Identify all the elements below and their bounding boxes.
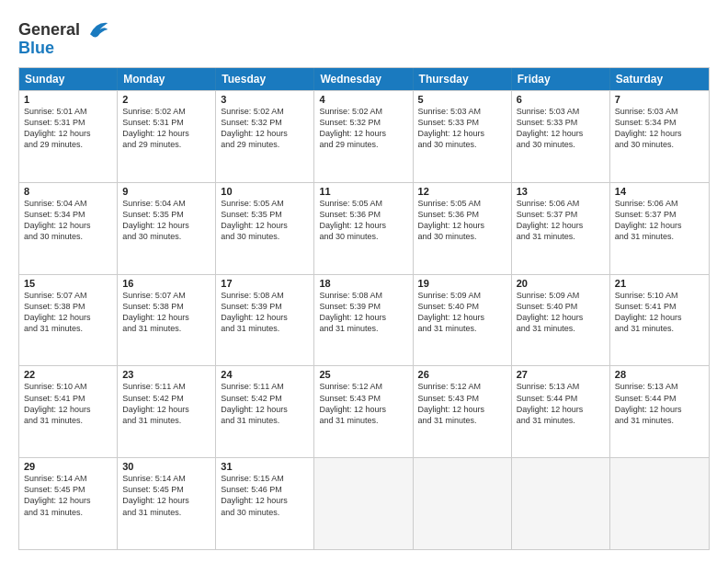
calendar-cell: 28Sunrise: 5:13 AMSunset: 5:44 PMDayligh…	[610, 366, 709, 457]
page: General Blue SundayMondayTuesdayWednesda…	[0, 0, 728, 563]
header-day-monday: Monday	[118, 68, 216, 90]
calendar-cell: 31Sunrise: 5:15 AMSunset: 5:46 PMDayligh…	[216, 458, 314, 549]
day-number: 21	[615, 278, 704, 289]
cell-info-line: and 31 minutes.	[122, 323, 210, 334]
logo-text-general: General	[18, 20, 80, 40]
day-number: 28	[615, 369, 704, 380]
calendar-body: 1Sunrise: 5:01 AMSunset: 5:31 PMDaylight…	[19, 90, 709, 549]
day-number: 29	[24, 461, 112, 472]
calendar-cell: 12Sunrise: 5:05 AMSunset: 5:36 PMDayligh…	[414, 183, 512, 274]
calendar-cell: 1Sunrise: 5:01 AMSunset: 5:31 PMDaylight…	[19, 91, 118, 182]
calendar-week-4: 22Sunrise: 5:10 AMSunset: 5:41 PMDayligh…	[19, 365, 709, 457]
cell-info-line: Sunrise: 5:04 AM	[24, 198, 112, 209]
cell-info-line: Sunrise: 5:08 AM	[319, 290, 407, 301]
cell-info-line: Sunset: 5:39 PM	[221, 301, 309, 312]
cell-info-line: Daylight: 12 hours	[418, 220, 506, 231]
calendar-cell: 5Sunrise: 5:03 AMSunset: 5:33 PMDaylight…	[414, 91, 512, 182]
cell-info-line: and 31 minutes.	[418, 415, 506, 426]
calendar-cell: 17Sunrise: 5:08 AMSunset: 5:39 PMDayligh…	[216, 275, 314, 366]
cell-info-line: Sunset: 5:37 PM	[517, 209, 605, 220]
cell-info-line: Sunset: 5:42 PM	[221, 393, 309, 404]
cell-info-line: Daylight: 12 hours	[24, 495, 112, 506]
cell-info-line: and 31 minutes.	[24, 415, 112, 426]
cell-info-line: Sunset: 5:39 PM	[319, 301, 407, 312]
cell-info-line: Sunset: 5:33 PM	[418, 117, 506, 128]
cell-info-line: Daylight: 12 hours	[319, 128, 407, 139]
cell-info-line: Sunset: 5:35 PM	[122, 209, 210, 220]
cell-info-line: and 29 minutes.	[24, 139, 112, 150]
cell-info-line: Sunset: 5:45 PM	[24, 484, 112, 495]
calendar-cell: 24Sunrise: 5:11 AMSunset: 5:42 PMDayligh…	[216, 366, 314, 457]
cell-info-line: Sunrise: 5:13 AM	[615, 381, 704, 392]
day-number: 23	[122, 369, 210, 380]
cell-info-line: Sunset: 5:44 PM	[615, 393, 704, 404]
cell-info-line: Sunrise: 5:02 AM	[221, 106, 309, 117]
cell-info-line: Sunset: 5:40 PM	[517, 301, 605, 312]
calendar-cell: 26Sunrise: 5:12 AMSunset: 5:43 PMDayligh…	[414, 366, 512, 457]
cell-info-line: Daylight: 12 hours	[615, 128, 704, 139]
cell-info-line: Daylight: 12 hours	[24, 128, 112, 139]
calendar-cell: 19Sunrise: 5:09 AMSunset: 5:40 PMDayligh…	[414, 275, 512, 366]
calendar-cell: 20Sunrise: 5:09 AMSunset: 5:40 PMDayligh…	[512, 275, 610, 366]
cell-info-line: Daylight: 12 hours	[615, 312, 704, 323]
cell-info-line: Daylight: 12 hours	[122, 495, 210, 506]
cell-info-line: and 30 minutes.	[221, 507, 309, 518]
cell-info-line: Sunset: 5:31 PM	[24, 117, 112, 128]
cell-info-line: Daylight: 12 hours	[517, 312, 605, 323]
cell-info-line: Sunset: 5:35 PM	[221, 209, 309, 220]
calendar-cell: 27Sunrise: 5:13 AMSunset: 5:44 PMDayligh…	[512, 366, 610, 457]
cell-info-line: Sunrise: 5:09 AM	[517, 290, 605, 301]
day-number: 14	[615, 186, 704, 197]
day-number: 10	[221, 186, 309, 197]
day-number: 4	[319, 94, 407, 105]
cell-info-line: and 31 minutes.	[615, 415, 704, 426]
header-day-sunday: Sunday	[19, 68, 118, 90]
cell-info-line: Daylight: 12 hours	[319, 404, 407, 415]
cell-info-line: Daylight: 12 hours	[122, 312, 210, 323]
cell-info-line: Sunset: 5:41 PM	[615, 301, 704, 312]
cell-info-line: and 30 minutes.	[615, 139, 704, 150]
calendar-cell: 2Sunrise: 5:02 AMSunset: 5:31 PMDaylight…	[118, 91, 216, 182]
day-number: 1	[24, 94, 112, 105]
calendar-cell: 4Sunrise: 5:02 AMSunset: 5:32 PMDaylight…	[314, 91, 413, 182]
cell-info-line: Sunrise: 5:02 AM	[319, 106, 407, 117]
day-number: 11	[319, 186, 407, 197]
cell-info-line: Daylight: 12 hours	[221, 404, 309, 415]
cell-info-line: Sunrise: 5:05 AM	[418, 198, 506, 209]
header-day-tuesday: Tuesday	[216, 68, 314, 90]
cell-info-line: Sunrise: 5:10 AM	[615, 290, 704, 301]
day-number: 25	[319, 369, 407, 380]
cell-info-line: and 30 minutes.	[122, 231, 210, 242]
calendar-week-2: 8Sunrise: 5:04 AMSunset: 5:34 PMDaylight…	[19, 182, 709, 274]
calendar-header: SundayMondayTuesdayWednesdayThursdayFrid…	[19, 68, 709, 90]
calendar-cell: 23Sunrise: 5:11 AMSunset: 5:42 PMDayligh…	[118, 366, 216, 457]
cell-info-line: Daylight: 12 hours	[122, 404, 210, 415]
cell-info-line: Daylight: 12 hours	[122, 220, 210, 231]
cell-info-line: and 31 minutes.	[221, 323, 309, 334]
calendar-cell: 22Sunrise: 5:10 AMSunset: 5:41 PMDayligh…	[19, 366, 118, 457]
cell-info-line: Sunset: 5:32 PM	[221, 117, 309, 128]
cell-info-line: and 31 minutes.	[517, 415, 605, 426]
calendar-cell: 3Sunrise: 5:02 AMSunset: 5:32 PMDaylight…	[216, 91, 314, 182]
day-number: 22	[24, 369, 112, 380]
day-number: 12	[418, 186, 506, 197]
cell-info-line: Daylight: 12 hours	[418, 312, 506, 323]
cell-info-line: Sunset: 5:42 PM	[122, 393, 210, 404]
cell-info-line: Sunset: 5:40 PM	[418, 301, 506, 312]
cell-info-line: and 30 minutes.	[418, 231, 506, 242]
calendar-cell	[414, 458, 512, 549]
calendar-week-5: 29Sunrise: 5:14 AMSunset: 5:45 PMDayligh…	[19, 457, 709, 549]
day-number: 20	[517, 278, 605, 289]
cell-info-line: Sunset: 5:34 PM	[24, 209, 112, 220]
cell-info-line: Sunset: 5:45 PM	[122, 484, 210, 495]
cell-info-line: and 30 minutes.	[24, 231, 112, 242]
cell-info-line: and 31 minutes.	[122, 415, 210, 426]
cell-info-line: Daylight: 12 hours	[615, 220, 704, 231]
cell-info-line: Sunrise: 5:12 AM	[418, 381, 506, 392]
cell-info-line: Sunrise: 5:05 AM	[221, 198, 309, 209]
day-number: 27	[517, 369, 605, 380]
cell-info-line: and 31 minutes.	[221, 415, 309, 426]
cell-info-line: Sunset: 5:43 PM	[418, 393, 506, 404]
day-number: 2	[122, 94, 210, 105]
cell-info-line: Sunrise: 5:12 AM	[319, 381, 407, 392]
